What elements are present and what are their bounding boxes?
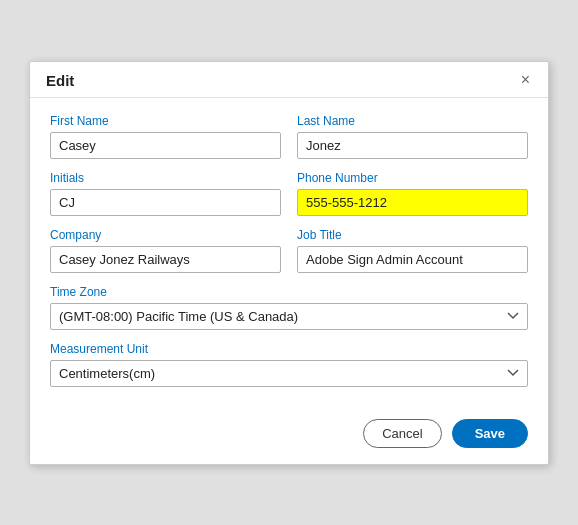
measurement-label: Measurement Unit [50,342,528,356]
last-name-input[interactable] [297,132,528,159]
dialog-body: First Name Last Name Initials Phone Numb… [30,98,548,411]
company-input[interactable] [50,246,281,273]
initials-phone-row: Initials Phone Number [50,171,528,216]
initials-group: Initials [50,171,281,216]
measurement-select[interactable]: Centimeters(cm)Inches(in) [50,360,528,387]
last-name-group: Last Name [297,114,528,159]
edit-dialog: Edit × First Name Last Name Initials Pho… [29,61,549,465]
first-name-label: First Name [50,114,281,128]
measurement-row: Measurement Unit Centimeters(cm)Inches(i… [50,342,528,387]
job-title-input[interactable] [297,246,528,273]
job-title-label: Job Title [297,228,528,242]
company-group: Company [50,228,281,273]
name-row: First Name Last Name [50,114,528,159]
measurement-group: Measurement Unit Centimeters(cm)Inches(i… [50,342,528,387]
close-button[interactable]: × [519,72,532,88]
phone-group: Phone Number [297,171,528,216]
dialog-footer: Cancel Save [30,411,548,464]
timezone-select[interactable]: (GMT-08:00) Pacific Time (US & Canada)(G… [50,303,528,330]
last-name-label: Last Name [297,114,528,128]
first-name-group: First Name [50,114,281,159]
timezone-row: Time Zone (GMT-08:00) Pacific Time (US &… [50,285,528,330]
company-label: Company [50,228,281,242]
dialog-header: Edit × [30,62,548,98]
first-name-input[interactable] [50,132,281,159]
initials-input[interactable] [50,189,281,216]
timezone-group: Time Zone (GMT-08:00) Pacific Time (US &… [50,285,528,330]
dialog-title: Edit [46,72,74,89]
company-jobtitle-row: Company Job Title [50,228,528,273]
phone-label: Phone Number [297,171,528,185]
phone-input[interactable] [297,189,528,216]
timezone-label: Time Zone [50,285,528,299]
initials-label: Initials [50,171,281,185]
job-title-group: Job Title [297,228,528,273]
save-button[interactable]: Save [452,419,528,448]
cancel-button[interactable]: Cancel [363,419,441,448]
